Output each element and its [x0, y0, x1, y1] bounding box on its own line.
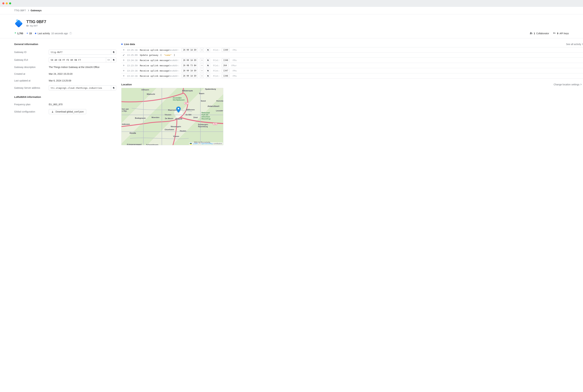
svg-rect-0 [15, 20, 23, 28]
fcnt-value[interactable]: 1349 [222, 48, 230, 52]
server-address-text[interactable]: tti.staging1.cloud.thethings.industries [49, 86, 111, 90]
copy-gateway-id-button[interactable] [111, 50, 116, 54]
last-activity: Last activity 10 seconds ago ? [35, 32, 72, 35]
fport-label: FPo [233, 59, 236, 62]
fcnt-label: FCnt: [213, 59, 220, 62]
live-data-row[interactable]: 13:22:16Receive uplink messageDevAddr:26… [121, 73, 583, 78]
downlink-count-value: 15 [29, 32, 32, 35]
change-location-label: Change location settings [554, 83, 580, 86]
copy-devaddr-button[interactable] [206, 64, 210, 67]
gateway-eui-text[interactable]: 58 A0 CB FF FE 80 0B F7 [49, 58, 106, 62]
fcnt-value[interactable]: 1346 [222, 74, 230, 78]
chevron-right-icon [27, 10, 29, 11]
location-map[interactable]: Hilversum Baarn Soest Amersfoort Bilthov… [121, 88, 223, 145]
devaddr-label: DevAddr: [169, 59, 180, 62]
copy-devaddr-button[interactable] [206, 74, 210, 78]
svg-rect-20 [208, 60, 208, 61]
fcnt-value[interactable]: 264 [222, 64, 228, 67]
download-global-conf-button[interactable]: Download global_conf.json [49, 109, 86, 114]
gateway-id-text[interactable]: ttig-0bf7 [49, 50, 111, 54]
copy-icon [112, 51, 115, 53]
label-global-configuration: Global configuration [14, 110, 49, 113]
pencil-icon [123, 54, 125, 56]
fport-label: FPo [233, 70, 236, 72]
toggle-format-button[interactable] [200, 58, 204, 62]
event-timestamp: 13:25:16 [127, 49, 138, 51]
general-info-title: General information [14, 43, 116, 46]
devaddr-label: DevAddr: [169, 75, 180, 77]
toggle-format-button[interactable] [200, 74, 204, 78]
arrow-up-icon [14, 32, 16, 35]
maximize-window-button[interactable] [9, 2, 11, 4]
live-data-row[interactable]: 13:25:09Update gateway[ "name" ] [121, 53, 583, 58]
uplink-count-value: 1,793 [17, 32, 23, 35]
arrow-up-icon [123, 75, 125, 77]
copy-devaddr-button[interactable] [206, 58, 210, 62]
collaborators-count: 1 [534, 32, 535, 35]
copy-devaddr-button[interactable] [206, 48, 210, 52]
label-updated-at: Last updated at [14, 79, 49, 82]
help-icon[interactable]: ? [69, 32, 72, 34]
svg-rect-15 [113, 87, 114, 88]
toggle-format-button[interactable] [200, 48, 204, 52]
copy-devaddr-button[interactable] [206, 69, 210, 72]
lorawan-info-title: LoRaWAN information [14, 96, 116, 98]
collaborators-link[interactable]: 1 Collaborator [530, 32, 549, 35]
event-message: Update gateway [140, 54, 158, 56]
event-timestamp: 13:24:16 [127, 59, 138, 62]
live-data-row[interactable]: 13:24:16Receive uplink messageDevAddr:26… [121, 58, 583, 63]
bracket-close: ] [174, 54, 175, 56]
event-timestamp: 13:23:59 [127, 64, 138, 67]
api-keys-count: 9 [557, 32, 558, 35]
arrow-up-icon [123, 64, 125, 67]
breadcrumb-root[interactable]: TTIG 0BF7 [14, 9, 26, 12]
label-gateway-eui: Gateway EUI [14, 58, 49, 61]
live-data-row[interactable]: 13:23:59Receive uplink messageDevAddr:26… [121, 63, 583, 68]
fport-label: FPo [233, 75, 236, 77]
collaborators-label: Collaborator [536, 32, 549, 35]
fcnt-value[interactable]: 1347 [222, 69, 230, 72]
window-titlebar [0, 0, 583, 7]
label-description: Gateway description [14, 66, 49, 68]
osm-link[interactable]: OpenStreetMap [201, 143, 213, 144]
minimize-window-button[interactable] [6, 2, 8, 4]
downlink-count: 15 [26, 32, 32, 35]
close-window-button[interactable] [2, 2, 4, 4]
arrow-right-icon [582, 43, 583, 45]
fport-label: FPo [233, 49, 236, 51]
fcnt-value[interactable]: 1348 [222, 58, 230, 62]
arrow-down-icon [26, 32, 28, 35]
copy-server-address-button[interactable] [111, 86, 116, 90]
toggle-format-button[interactable] [200, 69, 204, 72]
devaddr-value[interactable]: 26 0B 73 B4 [182, 64, 198, 67]
svg-rect-13 [113, 59, 114, 60]
toggle-format-button[interactable] [200, 64, 204, 67]
devaddr-value[interactable]: 26 00 1A E0 [182, 48, 198, 52]
svg-rect-18 [208, 49, 208, 50]
gateway-icon [14, 19, 23, 28]
breadcrumb: TTIG 0BF7 Gateways [0, 7, 583, 14]
leaflet-link[interactable]: Leaflet [193, 143, 198, 144]
svg-rect-9 [555, 33, 556, 33]
devaddr-value[interactable]: 26 00 1A E0 [182, 58, 198, 62]
devaddr-value[interactable]: 26 00 1A E0 [182, 74, 198, 78]
live-data-row[interactable]: 13:25:16Receive uplink messageDevAddr:26… [121, 48, 583, 53]
uplink-count: 1,793 [14, 32, 23, 35]
svg-point-2 [20, 22, 21, 23]
ukraine-flag-icon [190, 143, 192, 144]
live-data-row[interactable]: 13:23:16Receive uplink messageDevAddr:26… [121, 68, 583, 73]
see-all-activity-link[interactable]: See all activity [566, 43, 583, 46]
copy-icon [112, 59, 115, 61]
svg-rect-24 [208, 70, 208, 71]
api-keys-link[interactable]: 9 API keys [553, 32, 569, 35]
arrow-up-icon [123, 59, 125, 62]
key-icon [553, 32, 556, 35]
change-location-link[interactable]: Change location settings [554, 83, 581, 86]
code-icon [108, 59, 110, 61]
fcnt-label: FCnt: [213, 75, 220, 77]
server-address-field: tti.staging1.cloud.thethings.industries [49, 85, 116, 90]
map-marker[interactable] [176, 106, 181, 113]
devaddr-value[interactable]: 26 00 1A E0 [182, 69, 198, 72]
copy-gateway-eui-button[interactable] [111, 58, 116, 62]
toggle-format-button[interactable] [106, 58, 111, 62]
